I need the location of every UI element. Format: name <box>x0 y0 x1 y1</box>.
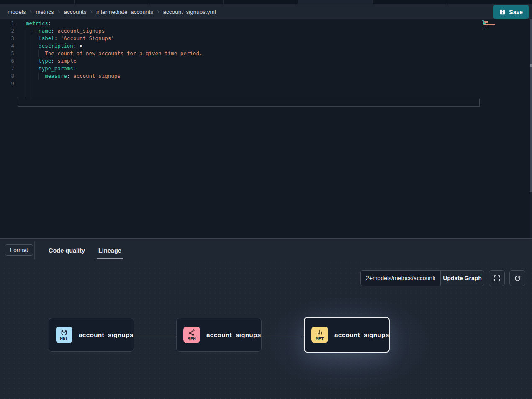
network-icon <box>188 329 195 336</box>
node-type-badge: MET <box>311 327 328 343</box>
line-numbers: 123456789 <box>0 20 14 87</box>
minimap[interactable] <box>482 20 508 30</box>
breadcrumb-item[interactable]: intermediate_accounts <box>96 9 153 15</box>
tab-label: Lineage <box>98 247 121 254</box>
code-editor[interactable]: 123456789 metrics: - name: account_signu… <box>0 19 532 238</box>
line-number: 2 <box>0 27 14 35</box>
node-label: account_signups <box>206 331 261 339</box>
breadcrumb-bar: models›metrics›accounts›intermediate_acc… <box>0 4 532 19</box>
fullscreen-icon <box>493 275 501 282</box>
ide-window: models›metrics›accounts›intermediate_acc… <box>0 0 532 399</box>
node-type-badge: MDL <box>56 327 72 343</box>
divider <box>34 241 35 259</box>
code-line: metrics: <box>26 20 202 27</box>
node-type-label: MDL <box>60 337 68 341</box>
lineage-edge <box>262 335 304 335</box>
selector-group: Update Graph <box>360 270 484 286</box>
breadcrumb-item[interactable]: account_signups.yml <box>163 9 216 15</box>
editor-scrollbar-track <box>530 19 532 238</box>
code-line: type_params: <box>26 65 202 72</box>
chevron-right-icon: › <box>90 8 93 15</box>
code-line <box>26 80 202 87</box>
code-line: label: 'Account Signups' <box>26 35 202 42</box>
code-line: description: > <box>26 42 202 50</box>
line-number: 5 <box>0 50 14 57</box>
file-tab-strip <box>0 0 532 4</box>
chevron-right-icon: › <box>58 8 60 15</box>
top-file-tab[interactable] <box>224 0 298 4</box>
breadcrumb: models›metrics›accounts›intermediate_acc… <box>8 8 216 15</box>
refresh-button[interactable] <box>509 270 525 286</box>
panel-tabs: Code qualityLineage <box>42 239 128 262</box>
line-number: 3 <box>0 35 14 42</box>
line-number: 7 <box>0 65 14 72</box>
code-line: - name: account_signups <box>26 27 202 35</box>
lineage-edge <box>134 335 177 335</box>
top-file-tab[interactable] <box>373 0 447 4</box>
fullscreen-button[interactable] <box>489 270 505 286</box>
code-line: The count of new accounts for a given ti… <box>26 50 202 57</box>
bar-chart-icon <box>316 329 324 336</box>
line-number: 9 <box>0 80 14 87</box>
tab-code-quality[interactable]: Code quality <box>42 239 92 262</box>
code-line: measure: account_signups <box>26 72 202 80</box>
breadcrumb-item[interactable]: metrics <box>36 9 54 15</box>
node-label: account_signups <box>79 331 133 339</box>
breadcrumb-item[interactable]: accounts <box>64 9 86 15</box>
lineage-selector-input[interactable] <box>361 271 440 286</box>
lineage-canvas[interactable]: Update Graph <box>0 262 532 399</box>
code-content: metrics: - name: account_signups label: … <box>26 20 202 87</box>
top-file-tab[interactable] <box>149 0 224 4</box>
lineage-node-met[interactable]: METaccount_signups <box>304 317 390 353</box>
breadcrumb-item[interactable]: models <box>8 9 26 15</box>
node-type-label: MET <box>316 337 324 341</box>
node-type-badge: SEM <box>183 327 200 343</box>
save-button-label: Save <box>509 9 523 15</box>
node-type-label: SEM <box>188 337 196 341</box>
top-file-tab[interactable] <box>447 0 532 4</box>
line-number: 6 <box>0 57 14 65</box>
cube-icon <box>60 329 68 336</box>
top-file-tab[interactable] <box>0 0 75 4</box>
format-button[interactable]: Format <box>5 244 33 256</box>
update-graph-button[interactable]: Update Graph <box>440 271 484 286</box>
line-number: 4 <box>0 42 14 50</box>
top-file-tab[interactable] <box>75 0 149 4</box>
lineage-node-mdl[interactable]: MDLaccount_signups <box>49 318 134 352</box>
code-line: type: simple <box>26 57 202 65</box>
bottom-panel: Format Code qualityLineage Update Graph <box>0 238 532 399</box>
save-icon <box>499 9 506 15</box>
chevron-right-icon: › <box>157 8 159 15</box>
top-file-tab[interactable] <box>298 0 373 4</box>
tab-lineage[interactable]: Lineage <box>92 239 128 262</box>
chevron-right-icon: › <box>30 8 32 15</box>
current-line-highlight <box>18 99 480 107</box>
active-tab-underline <box>97 258 123 259</box>
scrollbar-marker <box>530 64 532 66</box>
lineage-node-sem[interactable]: SEMaccount_signups <box>176 318 262 352</box>
line-number: 1 <box>0 20 14 27</box>
refresh-icon <box>514 275 521 282</box>
lineage-controls: Update Graph <box>360 270 525 286</box>
node-label: account_signups <box>334 331 389 339</box>
line-number: 8 <box>0 72 14 80</box>
editor-scrollbar-thumb[interactable] <box>530 19 532 192</box>
save-button[interactable]: Save <box>493 5 529 19</box>
tab-label: Code quality <box>49 247 85 254</box>
